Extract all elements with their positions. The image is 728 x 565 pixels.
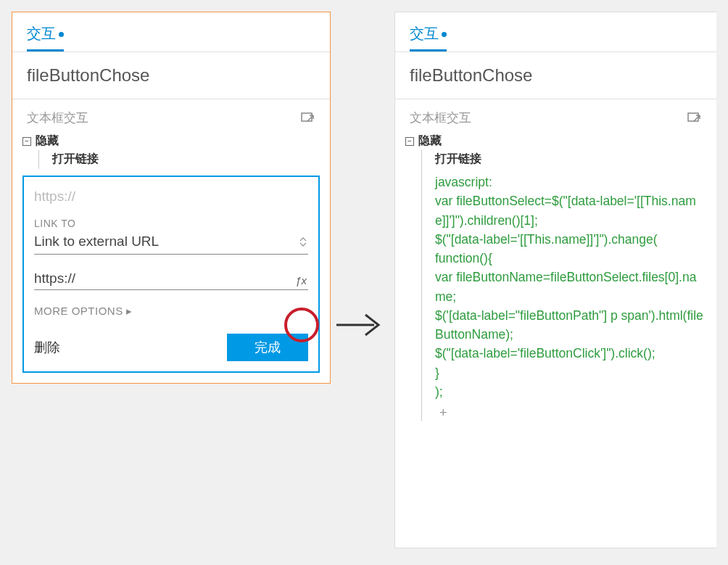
widget-title: fileButtonChose — [12, 52, 330, 99]
subsection-header: 文本框交互 — [395, 99, 716, 132]
tree-child-container: 打开链接 — [38, 150, 320, 168]
arrow-icon — [334, 310, 384, 339]
fx-highlight-circle — [284, 308, 319, 342]
interaction-panel-right: 交互 fileButtonChose 文本框交互 − 隐藏 打开链接 javas… — [394, 12, 716, 548]
code-block[interactable]: javascript: var fileButtonSelect=$("[dat… — [435, 173, 706, 401]
tree-node-openlink[interactable]: 打开链接 — [435, 150, 706, 168]
code-line: var fileButtonSelect=$("[data-label='[[T… — [435, 191, 706, 230]
action-tree: − 隐藏 打开链接 — [12, 132, 330, 176]
select-arrows-icon — [299, 236, 308, 247]
code-line: $('[data-label="fileButtonPath"] p span'… — [435, 306, 706, 345]
svg-rect-2 — [688, 113, 698, 121]
expand-icon[interactable] — [687, 111, 702, 125]
code-line: $("[data-label='[[This.name]]']").change… — [435, 230, 706, 249]
fx-icon[interactable]: ƒx — [295, 274, 308, 286]
linkto-select[interactable]: Link to external URL — [34, 231, 308, 255]
svg-rect-0 — [302, 113, 312, 121]
code-line: javascript: — [435, 173, 706, 191]
tree-node-openlink[interactable]: 打开链接 — [52, 150, 320, 168]
url-preview: https:// — [34, 186, 308, 212]
code-line: function(){ — [435, 249, 706, 268]
delete-button[interactable]: 删除 — [34, 339, 60, 356]
collapse-icon[interactable]: − — [22, 137, 31, 146]
collapse-icon[interactable]: − — [405, 137, 414, 146]
expand-icon[interactable] — [301, 111, 315, 125]
tree-child-container: 打开链接 javascript: var fileButtonSelect=$(… — [421, 150, 706, 421]
url-input[interactable]: https:// ƒx — [34, 268, 308, 290]
subsection-label: 文本框交互 — [410, 110, 471, 126]
code-line: $("[data-label='fileButtonClick']").clic… — [435, 344, 706, 363]
action-tree: − 隐藏 打开链接 javascript: var fileButtonSele… — [395, 132, 716, 428]
tab-bar: 交互 — [12, 12, 330, 52]
linkto-value: Link to external URL — [34, 234, 159, 249]
code-line: ); — [435, 382, 706, 401]
tree-node-hide[interactable]: − 隐藏 — [22, 132, 320, 150]
tree-label-hide: 隐藏 — [418, 133, 442, 149]
tab-interaction[interactable]: 交互 — [410, 24, 447, 51]
tree-label-openlink: 打开链接 — [52, 152, 99, 167]
url-value: https:// — [34, 271, 75, 286]
code-line: var fileButtonName=fileButtonSelect.file… — [435, 268, 706, 306]
tree-node-hide[interactable]: − 隐藏 — [405, 132, 706, 150]
editor-button-row: 删除 完成 — [34, 334, 308, 361]
tab-bar: 交互 — [395, 12, 716, 52]
interaction-panel-left: 交互 fileButtonChose 文本框交互 − 隐藏 打开链接 https… — [12, 12, 331, 384]
tree-label-hide: 隐藏 — [36, 133, 59, 149]
subsection-label: 文本框交互 — [27, 110, 88, 126]
tab-interaction[interactable]: 交互 — [27, 24, 64, 51]
add-action-button[interactable]: + — [435, 401, 706, 421]
subsection-header: 文本框交互 — [12, 99, 330, 132]
code-line: } — [435, 363, 706, 382]
linkto-label: LINK TO — [34, 218, 308, 229]
tree-label-openlink: 打开链接 — [435, 152, 481, 167]
more-options-toggle[interactable]: MORE OPTIONS ▸ — [34, 305, 308, 318]
link-editor: https:// LINK TO Link to external URL ht… — [22, 176, 320, 373]
widget-title: fileButtonChose — [395, 52, 716, 99]
